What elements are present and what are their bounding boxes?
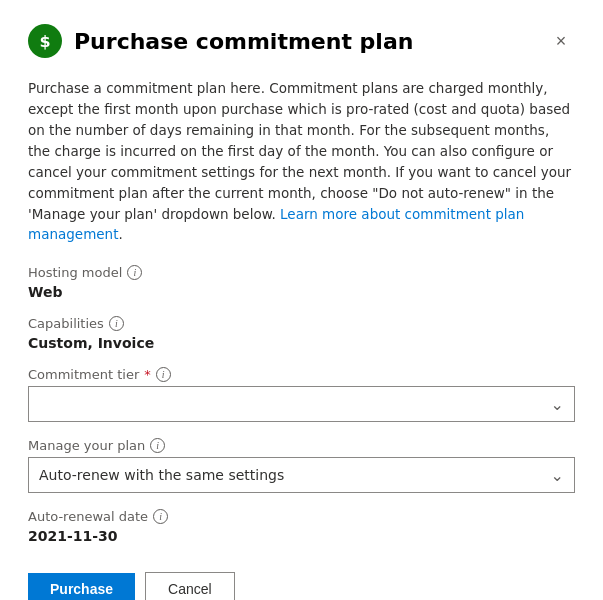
description-text: Purchase a commitment plan here. Commitm… <box>28 78 575 245</box>
manage-plan-selected-value: Auto-renew with the same settings <box>39 467 284 483</box>
capabilities-group: Capabilities i Custom, Invoice <box>28 316 575 351</box>
manage-plan-chevron-icon: ⌄ <box>551 466 564 485</box>
hosting-model-info-icon[interactable]: i <box>127 265 142 280</box>
auto-renewal-date-label-text: Auto-renewal date <box>28 509 148 524</box>
dialog-header: $ Purchase commitment plan × <box>28 24 575 58</box>
auto-renewal-date-label: Auto-renewal date i <box>28 509 575 524</box>
close-button[interactable]: × <box>547 27 575 55</box>
cancel-button[interactable]: Cancel <box>145 572 235 600</box>
manage-plan-info-icon[interactable]: i <box>150 438 165 453</box>
dialog-footer: Purchase Cancel <box>28 572 575 600</box>
auto-renewal-date-value: 2021-11-30 <box>28 528 575 544</box>
capabilities-info-icon[interactable]: i <box>109 316 124 331</box>
commitment-tier-info-icon[interactable]: i <box>156 367 171 382</box>
dollar-icon: $ <box>39 32 50 51</box>
commitment-tier-select[interactable]: ⌄ <box>28 386 575 422</box>
hosting-model-label-text: Hosting model <box>28 265 122 280</box>
capabilities-value: Custom, Invoice <box>28 335 575 351</box>
manage-plan-group: Manage your plan i Auto-renew with the s… <box>28 438 575 493</box>
hosting-model-value: Web <box>28 284 575 300</box>
auto-renewal-date-group: Auto-renewal date i 2021-11-30 <box>28 509 575 544</box>
commitment-tier-group: Commitment tier * i ⌄ <box>28 367 575 422</box>
capabilities-label: Capabilities i <box>28 316 575 331</box>
description-main: Purchase a commitment plan here. Commitm… <box>28 80 571 222</box>
hosting-model-group: Hosting model i Web <box>28 265 575 300</box>
capabilities-label-text: Capabilities <box>28 316 104 331</box>
manage-plan-select[interactable]: Auto-renew with the same settings ⌄ <box>28 457 575 493</box>
manage-plan-label-text: Manage your plan <box>28 438 145 453</box>
purchase-button[interactable]: Purchase <box>28 573 135 600</box>
app-icon: $ <box>28 24 62 58</box>
commitment-tier-label: Commitment tier * i <box>28 367 575 382</box>
commitment-tier-label-text: Commitment tier <box>28 367 139 382</box>
dialog-title: Purchase commitment plan <box>74 29 413 54</box>
manage-plan-label: Manage your plan i <box>28 438 575 453</box>
required-star: * <box>144 367 151 382</box>
auto-renewal-date-info-icon[interactable]: i <box>153 509 168 524</box>
commitment-tier-chevron-icon: ⌄ <box>551 395 564 414</box>
purchase-commitment-dialog: $ Purchase commitment plan × Purchase a … <box>0 0 603 600</box>
hosting-model-label: Hosting model i <box>28 265 575 280</box>
header-left: $ Purchase commitment plan <box>28 24 413 58</box>
